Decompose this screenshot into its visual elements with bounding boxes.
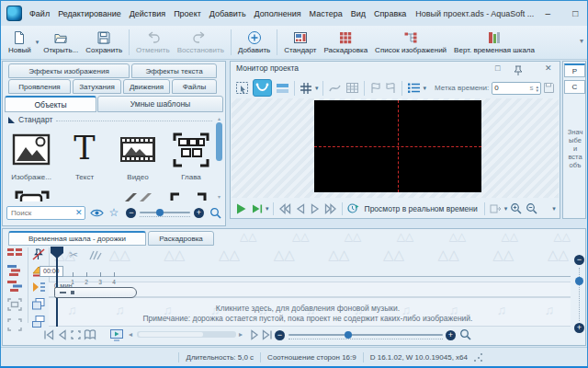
preview-screen[interactable]	[314, 100, 481, 192]
tab-fade-in[interactable]: Проявления	[8, 79, 71, 94]
skip-first-button[interactable]	[278, 203, 291, 214]
tab-image-effects[interactable]: Эффекты изображения	[8, 63, 130, 78]
go-prev-button[interactable]	[57, 329, 68, 340]
menu-project[interactable]: Проект	[174, 9, 201, 18]
save-button[interactable]: Сохранить	[82, 29, 126, 55]
zoom-in-preview-icon[interactable]	[510, 202, 522, 214]
list-options-icon[interactable]	[407, 82, 421, 94]
tab-objects[interactable]: Объекты	[5, 96, 96, 112]
export-options-caret[interactable]: ▾	[504, 205, 508, 213]
image-list-view-button[interactable]: Список изображений	[371, 29, 450, 55]
object-item-video[interactable]: Видео	[113, 130, 163, 181]
favorites-star-icon[interactable]: ☆	[109, 207, 119, 218]
menu-edit[interactable]: Редактирование	[58, 9, 121, 18]
go-next-button[interactable]	[249, 329, 260, 340]
timeline-hscrollbar-thumb[interactable]	[139, 332, 203, 337]
track-zoom-thumb[interactable]	[575, 277, 583, 285]
search-input[interactable]	[6, 206, 85, 220]
redo-button[interactable]: Восстановить	[174, 29, 228, 55]
zoom-in-thumbnails-button[interactable]: +	[194, 208, 204, 218]
tab-fade-out[interactable]: Затухания	[73, 79, 121, 94]
undo-button[interactable]: Отменить	[132, 29, 174, 55]
open-button[interactable]: Открыть...	[40, 29, 82, 55]
objects-scrollbar[interactable]: ▴ ▾	[215, 115, 223, 200]
curve-mode-button[interactable]	[253, 79, 272, 97]
playlist-icon[interactable]	[31, 281, 46, 293]
fit-selection-icon[interactable]	[6, 297, 23, 312]
new-button[interactable]: Новый	[5, 29, 35, 55]
thumbnail-size-slider[interactable]	[140, 212, 190, 213]
save-timestamp-icon[interactable]	[543, 82, 555, 94]
tab-smart-templates[interactable]: Умные шаблоны	[97, 96, 223, 112]
new-dropdown-caret[interactable]: ▾	[36, 39, 40, 46]
scroll-up-icon[interactable]: ▴	[215, 115, 223, 121]
menu-view[interactable]: Вид	[351, 9, 366, 18]
toolbar-overflow-caret[interactable]: ▾	[580, 37, 583, 45]
preview-monitor-button[interactable]	[109, 328, 124, 341]
standard-view-button[interactable]: Стандарт	[280, 29, 320, 55]
menu-extras[interactable]: Дополнения	[254, 9, 301, 18]
tab-files[interactable]: Файлы	[172, 79, 217, 94]
tab-storyboard[interactable]: Раскадровка	[148, 231, 214, 246]
magnifier-icon[interactable]	[209, 207, 221, 219]
timestamp-spinner[interactable]: ▴▾	[536, 85, 538, 92]
play-options-caret[interactable]: ▾	[266, 205, 269, 213]
scroll-right-icon[interactable]: ▸	[239, 330, 243, 339]
play-from-position-button[interactable]	[251, 203, 263, 214]
track-zoom-in-button[interactable]: +	[574, 323, 584, 333]
track-layers-alt-icon[interactable]	[6, 280, 23, 293]
realtime-preview-label[interactable]: Просмотр в реальном времени	[365, 204, 478, 213]
arrange-objects-icon[interactable]	[6, 247, 23, 260]
frame-select-button[interactable]	[70, 329, 82, 340]
table-grid-icon[interactable]	[345, 82, 359, 94]
flag-out-icon[interactable]	[385, 82, 397, 94]
timeline-magnifier-icon[interactable]	[459, 328, 471, 340]
list-options-caret[interactable]: ▾	[424, 85, 427, 92]
playbar-overflow-caret[interactable]: ▾	[552, 205, 556, 213]
split-scissors-icon[interactable]: ✂	[69, 248, 78, 261]
scroll-left-icon[interactable]: ◂	[129, 330, 132, 339]
standard-section-header[interactable]: Стандарт	[8, 115, 212, 124]
fan-tool-icon[interactable]	[88, 250, 102, 260]
object-item-text[interactable]: T Текст	[60, 130, 109, 181]
maximize-button[interactable]: □	[561, 2, 588, 26]
scroll-down-icon[interactable]: ▾	[215, 193, 223, 200]
menu-add[interactable]: Добавить	[209, 9, 246, 18]
menu-help[interactable]: Справка	[374, 9, 406, 18]
search-clear-icon[interactable]: ✕	[75, 208, 83, 217]
fit-all-icon[interactable]	[6, 317, 23, 332]
timeline-zoom-thumb[interactable]	[345, 331, 352, 339]
resize-grip[interactable]	[474, 353, 482, 362]
ruler-line[interactable]	[63, 276, 571, 277]
track-layers-icon[interactable]	[6, 264, 23, 277]
objects-scrollbar-thumb[interactable]	[216, 122, 222, 161]
eye-icon[interactable]	[90, 208, 104, 218]
tab-text-effects[interactable]: Эффекты текста	[131, 63, 217, 78]
timestamp-spinbox[interactable]: 0 s ▴▾	[492, 82, 541, 95]
next-frame-button[interactable]	[310, 203, 321, 214]
play-button[interactable]	[235, 202, 247, 215]
timeline-zoom-slider[interactable]	[288, 334, 443, 336]
tab-timeline-tracks[interactable]: Временная шкала - дорожки	[8, 231, 146, 246]
skip-last-button[interactable]	[324, 203, 337, 214]
go-last-button[interactable]	[261, 329, 273, 340]
realtime-preview-icon[interactable]	[347, 202, 359, 214]
grid-options-caret[interactable]: ▾	[315, 85, 319, 92]
select-tool-icon[interactable]	[235, 81, 249, 95]
thumbnail-size-slider-thumb[interactable]	[156, 209, 164, 216]
timeline-zoom-out-button[interactable]: −	[275, 330, 285, 340]
object-item-chapter[interactable]: Глава	[166, 130, 216, 181]
zoom-out-thumbnails-button[interactable]: −	[126, 208, 136, 218]
go-first-button[interactable]	[43, 329, 55, 340]
grid-icon[interactable]	[300, 82, 312, 95]
add-button[interactable]: Добавить	[234, 29, 274, 55]
right-tab-2[interactable]: С	[564, 80, 585, 94]
menu-actions[interactable]: Действия	[130, 9, 165, 18]
duplicate-below-icon[interactable]	[31, 315, 46, 328]
layout-bars-icon[interactable]	[276, 82, 289, 94]
vertical-timeline-view-button[interactable]: Верт. временная шкала	[450, 29, 538, 55]
duplicate-icon[interactable]	[31, 297, 46, 311]
track-zoom-out-button[interactable]: −	[574, 255, 584, 265]
monitor-pin-icon[interactable]	[514, 65, 523, 75]
object-item-image[interactable]: Изображе...	[6, 130, 56, 181]
